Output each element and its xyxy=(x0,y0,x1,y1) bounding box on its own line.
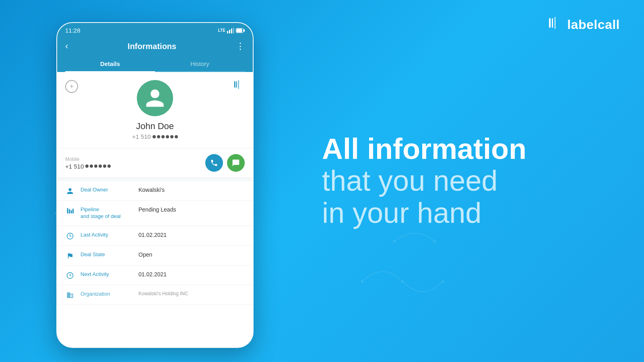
action-buttons xyxy=(205,154,245,172)
svg-rect-12 xyxy=(227,31,228,33)
organization-value: Kowalski's Holding INC xyxy=(138,291,188,296)
info-section: Deal Owner Kowalski's Pipeline and stage… xyxy=(57,181,253,347)
more-menu-button[interactable]: ⋮ xyxy=(236,41,245,51)
next-activity-value: 01.02.2021 xyxy=(138,271,167,278)
phone-mockup: 11:28 LTE ‹ Informations xyxy=(56,22,258,352)
message-button[interactable] xyxy=(227,154,245,172)
mobile-label: Mobile xyxy=(65,156,111,162)
app-header: ‹ Informations ⋮ Details History xyxy=(57,36,253,72)
deal-owner-value: Kowalski's xyxy=(138,187,165,193)
deal-state-value: Open xyxy=(138,251,152,258)
next-activity-label[interactable]: Next Activity xyxy=(80,271,133,278)
mobile-prefix: +1 510 xyxy=(65,163,84,170)
next-activity-icon xyxy=(65,272,75,279)
content-area: + John Doe +1 510 xyxy=(57,72,253,347)
status-time: 11:28 xyxy=(65,27,80,34)
battery-icon xyxy=(236,28,245,33)
tagline-line2: that you need xyxy=(322,165,612,197)
status-icons: LTE xyxy=(218,28,245,33)
tagline-line3: in your hand xyxy=(322,197,612,229)
contact-name: John Doe xyxy=(136,121,174,132)
deal-state-icon xyxy=(65,252,75,259)
status-bar: 11:28 LTE xyxy=(57,23,253,36)
tab-details[interactable]: Details xyxy=(65,56,155,71)
mobile-number: +1 510 xyxy=(65,163,111,170)
masked-dots xyxy=(153,135,178,138)
phone-screen: 11:28 LTE ‹ Informations xyxy=(56,22,254,348)
contact-card: + John Doe +1 510 xyxy=(57,72,253,148)
tagline-line1: All information xyxy=(322,133,612,165)
deal-owner-icon xyxy=(65,187,75,195)
svg-rect-21 xyxy=(238,80,239,89)
svg-rect-23 xyxy=(69,209,70,214)
info-row-deal-state: Deal State Open xyxy=(57,246,253,265)
info-row-deal-owner: Deal Owner Kowalski's xyxy=(57,181,253,201)
avatar xyxy=(137,80,173,116)
svg-rect-19 xyxy=(234,81,235,88)
last-activity-icon xyxy=(65,232,75,240)
pipeline-label[interactable]: Pipeline and stage of deal xyxy=(80,206,133,220)
lte-icon: LTE xyxy=(218,28,225,33)
app-title: Informations xyxy=(128,42,176,51)
svg-rect-25 xyxy=(72,209,74,214)
organization-label[interactable]: Organization xyxy=(80,291,133,298)
pipeline-value: Pending Leads xyxy=(138,206,176,213)
add-button[interactable]: + xyxy=(65,80,78,93)
svg-rect-18 xyxy=(237,29,242,32)
svg-rect-14 xyxy=(231,29,232,33)
last-activity-value: 01.02.2021 xyxy=(138,232,167,238)
organization-icon xyxy=(65,292,75,299)
info-row-last-activity: Last Activity 01.02.2021 xyxy=(57,226,253,246)
mobile-row: Mobile +1 510 xyxy=(57,148,253,178)
last-activity-label[interactable]: Last Activity xyxy=(80,232,133,239)
svg-rect-20 xyxy=(236,81,237,88)
back-button[interactable]: ‹ xyxy=(65,41,68,51)
svg-rect-13 xyxy=(229,30,230,33)
svg-rect-24 xyxy=(71,210,72,214)
pipeline-icon xyxy=(65,207,75,214)
tab-bar: Details History xyxy=(65,56,245,72)
info-row-organization: Organization Kowalski's Holding INC xyxy=(57,285,253,305)
labelcall-logo-small xyxy=(234,80,245,91)
signal-icon xyxy=(227,28,234,33)
deal-owner-label[interactable]: Deal Owner xyxy=(80,187,133,193)
info-row-pipeline: Pipeline and stage of deal Pending Leads xyxy=(57,201,253,226)
info-row-next-activity: Next Activity 01.02.2021 xyxy=(57,265,253,285)
contact-phone-prefix: +1 510 xyxy=(132,133,151,140)
call-button[interactable] xyxy=(205,154,223,172)
svg-rect-22 xyxy=(67,208,68,214)
tab-history[interactable]: History xyxy=(155,56,245,71)
right-panel: All information that you need in your ha… xyxy=(290,0,644,362)
svg-rect-15 xyxy=(233,28,234,33)
deal-state-label[interactable]: Deal State xyxy=(80,251,133,258)
contact-phone: +1 510 xyxy=(132,133,178,140)
mobile-info: Mobile +1 510 xyxy=(65,156,111,170)
svg-rect-17 xyxy=(244,29,245,32)
